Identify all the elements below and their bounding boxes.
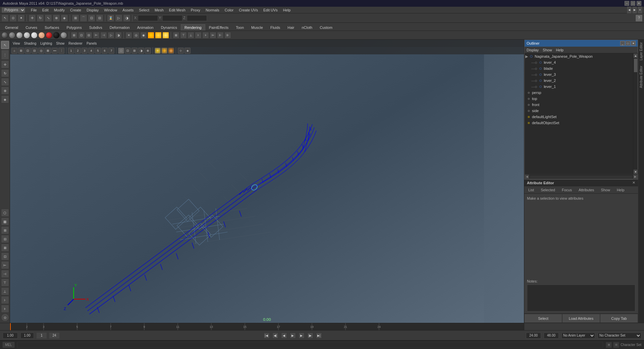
shelf-render-3[interactable]: ⊟ <box>86 32 92 39</box>
notes-textarea[interactable] <box>527 285 635 311</box>
lasso-btn[interactable]: ⊙ <box>9 14 17 22</box>
vp-backface[interactable]: ◑ <box>138 48 144 54</box>
shelf-render-7[interactable]: ◑ <box>115 32 122 39</box>
close-button[interactable]: ✕ <box>637 1 641 6</box>
tab-subdivs[interactable]: Subdivs <box>86 24 106 31</box>
shelf-ball-8[interactable] <box>53 32 60 39</box>
panel-collapse-btn[interactable]: ◀ <box>627 6 632 14</box>
outliner-item-front[interactable]: ⊙ front <box>525 102 633 108</box>
shelf-ball-2[interactable] <box>9 32 15 39</box>
vp-menu-lighting[interactable]: Lighting <box>40 42 52 45</box>
outliner-root-toggle[interactable]: ▶ ⬡ Naginata_Japanese_Pole_Weapon <box>525 53 633 59</box>
attr-editor-tab-edge[interactable]: Attribute Editor <box>639 63 644 91</box>
timeline-canvas[interactable]: 2 3 5 7 9 11 13 15 17 19 21 <box>10 323 524 331</box>
outliner-item-top[interactable]: ⊙ top <box>525 96 633 102</box>
tab-deformation[interactable]: Deformation <box>106 24 133 31</box>
tab-dynamics[interactable]: Dynamics <box>157 24 181 31</box>
move-btn[interactable]: ✛ <box>29 14 36 22</box>
shelf-extra-8[interactable]: ⊪ <box>224 32 231 39</box>
layer-editor-tab[interactable]: Layer Editor <box>639 40 644 63</box>
outliner-hscroll[interactable]: ◀ ▶ <box>525 174 638 179</box>
vscroll-up[interactable]: ▲ <box>633 53 638 58</box>
vp-btn-3[interactable]: ⊡ <box>25 48 31 54</box>
shelf-extra-7[interactable]: ⊩ <box>217 32 224 39</box>
shelf-ball-4[interactable] <box>23 32 30 39</box>
shelf-extra-3[interactable]: ⊥ <box>187 32 194 39</box>
z-field[interactable] <box>187 15 207 21</box>
tab-rendering[interactable]: Rendering <box>181 24 205 31</box>
attr-editor-close[interactable]: ✕ <box>632 181 635 185</box>
mel-button[interactable]: MEL <box>3 342 14 348</box>
vp-wire[interactable]: ⊡ <box>125 48 131 54</box>
ae-tab-list[interactable]: List <box>526 187 537 193</box>
load-attributes-button[interactable]: Load Attributes <box>562 314 600 323</box>
shelf-render-4[interactable]: ⊢ <box>93 32 100 39</box>
range-end-input[interactable] <box>49 333 59 339</box>
y-field[interactable] <box>162 15 182 21</box>
x-field[interactable] <box>138 15 158 21</box>
ae-tab-help[interactable]: Help <box>614 187 627 193</box>
vp-menu-view[interactable]: View <box>13 42 20 45</box>
vp-btn-10[interactable]: 3 <box>82 48 88 54</box>
vscroll-thumb[interactable] <box>634 59 637 72</box>
go-end-btn[interactable]: ▶| <box>316 333 322 339</box>
mode-selector[interactable]: Polygons <box>1 7 25 13</box>
menu-file[interactable]: File <box>28 7 40 13</box>
anim-layer-select[interactable]: No Anim Layer <box>561 333 595 339</box>
outliner-item-blade[interactable]: —o ⬡ blade <box>525 65 633 71</box>
shelf-ball-9[interactable] <box>60 32 67 39</box>
render-btn[interactable]: ▷ <box>115 14 122 22</box>
tab-hair[interactable]: Hair <box>284 24 298 31</box>
layout1[interactable]: ⊞ <box>1 226 9 234</box>
shelf-ball-6[interactable] <box>38 32 45 39</box>
ae-tab-focus[interactable]: Focus <box>559 187 575 193</box>
vp-menu-shading[interactable]: Shading <box>24 42 37 45</box>
vp-btn-14[interactable]: 7 <box>108 48 114 54</box>
tab-general[interactable]: General <box>1 24 22 31</box>
rotate-btn[interactable]: ↻ <box>37 14 44 22</box>
paint-tool[interactable]: ▦ <box>1 217 9 226</box>
menu-modify[interactable]: Modify <box>51 7 67 13</box>
tab-polygons[interactable]: Polygons <box>63 24 85 31</box>
menu-display[interactable]: Display <box>84 7 101 13</box>
layout11[interactable]: ⊙ <box>1 313 9 321</box>
vp-shadow-btn[interactable]: ☽ <box>161 48 167 54</box>
shelf-extra-1[interactable]: ⊠ <box>173 32 179 39</box>
vp-btn-8[interactable]: 1 <box>68 48 74 54</box>
vp-btn-5[interactable]: ◎ <box>38 48 44 54</box>
range-indicator-input[interactable] <box>37 333 47 339</box>
go-start-btn[interactable]: |◀ <box>264 333 270 339</box>
tab-painteffects[interactable]: PaintEffects <box>205 24 232 31</box>
snap-point-btn[interactable]: ⊡ <box>88 14 95 22</box>
play-btn[interactable]: ▶ <box>290 333 296 339</box>
current-frame-input[interactable] <box>3 333 18 339</box>
shelf-lights-3[interactable]: ◉ <box>140 32 147 39</box>
universal-manip-btn[interactable]: ⊕ <box>53 14 60 22</box>
menu-help[interactable]: Help <box>280 7 293 13</box>
shelf-ball-5[interactable] <box>31 32 38 39</box>
tab-animation[interactable]: Animation <box>133 24 157 31</box>
snap-curve-btn[interactable]: ⌒ <box>80 14 87 22</box>
menu-select[interactable]: Select <box>136 7 152 13</box>
lasso-tool[interactable]: ⋮ <box>1 50 9 60</box>
shelf-render-6[interactable]: ▷ <box>108 32 114 39</box>
prev-frame-btn[interactable]: ◀ <box>281 333 287 339</box>
outliner-item-lightset[interactable]: ⊞ defaultLightSet <box>525 114 633 120</box>
vp-menu-show[interactable]: Show <box>56 42 64 45</box>
layout7[interactable]: ⊤ <box>1 279 9 287</box>
shelf-lights-5[interactable] <box>155 32 162 39</box>
vp-ao-btn[interactable]: ◎ <box>168 48 174 54</box>
shelf-lights-2[interactable]: ◎ <box>133 32 140 39</box>
menu-mesh[interactable]: Mesh <box>152 7 166 13</box>
outliner-menu-help[interactable]: Help <box>556 48 564 52</box>
tab-custom[interactable]: Custom <box>316 24 336 31</box>
shelf-lights-4[interactable] <box>148 32 154 39</box>
select-tool[interactable]: ↖ <box>1 41 9 49</box>
vp-btn-12[interactable]: 5 <box>95 48 101 54</box>
next-key-btn[interactable]: |▶ <box>307 333 313 339</box>
hscroll-track[interactable] <box>530 176 632 178</box>
move-tool[interactable]: ✛ <box>1 60 9 68</box>
tab-curves[interactable]: Curves <box>22 24 41 31</box>
layout9[interactable]: ⊦ <box>1 296 9 304</box>
layout-btn[interactable]: ≡ <box>637 6 643 14</box>
